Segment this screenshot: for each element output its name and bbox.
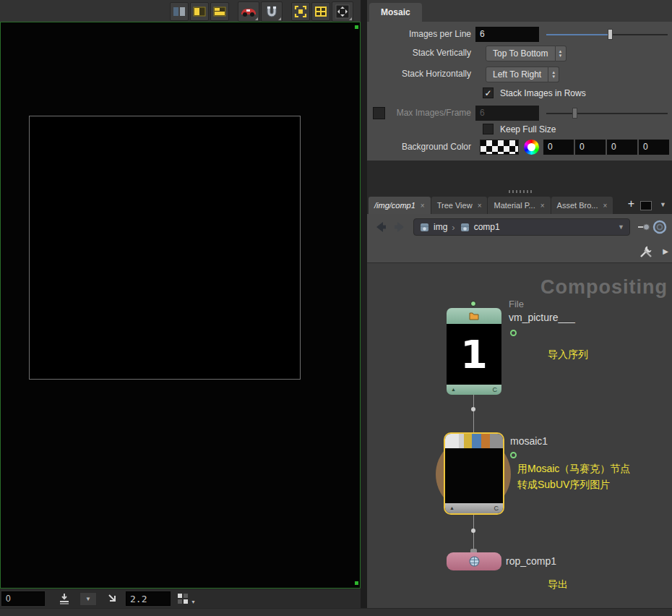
timeline-frame[interactable] — [408, 609, 429, 616]
bgcolor-a-input[interactable]: 0 — [639, 140, 669, 155]
gamma-input[interactable]: 2.2 — [126, 591, 171, 606]
mosaic-node-name[interactable]: mosaic1 — [510, 435, 548, 447]
comment-flag[interactable]: C — [494, 505, 499, 512]
editor-tab[interactable]: Asset Bro... × — [551, 197, 613, 214]
max-images-input[interactable]: 6 — [475, 106, 539, 121]
flipbook-button[interactable] — [56, 591, 72, 606]
timeline-frame[interactable] — [108, 609, 130, 616]
follow-focus-icon[interactable] — [652, 219, 668, 235]
editor-tab[interactable]: Material P... × — [488, 197, 550, 214]
timeline-frame[interactable] — [344, 609, 366, 616]
param-row-stack-images-in-rows: ✓ Stack Images in Rows — [367, 86, 672, 102]
images-per-line-input[interactable]: 6 — [475, 27, 539, 42]
param-label: Stack Horizontally — [367, 69, 471, 79]
mosaic-node[interactable]: ▲ C — [444, 432, 504, 515]
timeline-frame[interactable] — [44, 609, 66, 616]
timeline-frame[interactable] — [365, 609, 387, 616]
color-wheel-icon[interactable] — [524, 140, 539, 155]
timeline-frame[interactable] — [322, 609, 344, 616]
customize-tools-icon[interactable] — [639, 244, 653, 259]
file-node[interactable]: 1 ▲ C — [447, 308, 501, 395]
split-bottom-button[interactable] — [210, 2, 229, 21]
images-per-line-slider[interactable] — [546, 27, 668, 42]
composite-viewer[interactable] — [0, 22, 361, 589]
grid-view-button[interactable] — [311, 2, 330, 21]
bgcolor-g-input[interactable]: 0 — [575, 140, 606, 155]
comment-flag[interactable]: C — [493, 386, 498, 393]
dropdown-spinner[interactable]: ▲▼ — [548, 67, 559, 82]
background-checker-button[interactable]: ▼ — [175, 591, 191, 606]
file-node-name[interactable]: vm_picture___ — [509, 312, 575, 323]
viewfinder-icon — [293, 4, 308, 19]
color-swatch[interactable] — [480, 140, 519, 155]
timeline-frame[interactable] — [237, 609, 259, 616]
expand-pane-button[interactable] — [332, 1, 353, 22]
editor-tab[interactable]: Tree View × — [431, 197, 488, 214]
timeline-frame[interactable] — [173, 609, 194, 616]
bgcolor-b-input[interactable]: 0 — [607, 140, 637, 155]
bgcolor-r-input[interactable]: 0 — [543, 140, 574, 155]
split-left-button[interactable] — [190, 2, 209, 21]
timeline-frame[interactable] — [258, 609, 280, 616]
timeline-frame[interactable] — [130, 609, 152, 616]
wire-file-to-mosaic[interactable] — [473, 395, 474, 434]
breadcrumb-segment[interactable]: img — [434, 222, 447, 232]
frame-input[interactable]: 0 — [1, 591, 45, 606]
dropdown-spinner[interactable]: ▲▼ — [556, 46, 567, 61]
view-mode-dropdown[interactable]: ▼ — [79, 592, 97, 606]
pin-pane-icon[interactable] — [637, 221, 650, 234]
breadcrumb-segment[interactable]: comp1 — [474, 222, 500, 232]
add-tab-button[interactable]: + — [628, 198, 634, 210]
node-param-tab[interactable]: Mosaic — [369, 3, 422, 22]
timeline-frame[interactable] — [66, 609, 87, 616]
timeline-frame[interactable] — [87, 609, 108, 616]
timeline-frame[interactable] — [280, 609, 301, 616]
path-dropdown-icon[interactable]: ▼ — [618, 223, 624, 231]
tab-close-icon[interactable]: × — [421, 202, 425, 210]
path-breadcrumb[interactable]: img › comp1 ▼ — [413, 218, 630, 236]
snap-button[interactable] — [261, 1, 283, 22]
timeline-frame[interactable] — [151, 609, 173, 616]
corner-link-button[interactable] — [105, 591, 120, 606]
timeline-frame[interactable] — [23, 609, 45, 616]
slider-handle[interactable] — [572, 108, 577, 119]
performance-button[interactable] — [238, 1, 259, 22]
back-arrow-icon[interactable] — [373, 219, 389, 235]
timeline-frame[interactable] — [450, 609, 472, 616]
timeline-frame[interactable] — [1, 609, 23, 616]
editor-tab[interactable]: /img/comp1 × — [369, 197, 431, 214]
tab-list-dropdown[interactable]: ▼ — [660, 201, 666, 208]
grid-number — [165, 161, 210, 205]
rop-node-name[interactable]: rop_comp1 — [506, 555, 556, 567]
slider-handle[interactable] — [608, 29, 613, 40]
display-flag-icon[interactable]: ▲ — [449, 505, 455, 511]
forward-arrow-icon[interactable] — [392, 219, 408, 235]
pane-divider[interactable] — [361, 0, 367, 608]
pane-layout-button[interactable] — [170, 2, 189, 21]
tab-close-icon[interactable]: × — [540, 202, 545, 210]
display-flag-icon[interactable]: ▲ — [451, 387, 456, 393]
frame-selection-button[interactable] — [291, 2, 310, 21]
stack-images-in-rows-checkbox[interactable]: ✓ — [483, 87, 494, 98]
network-editor[interactable]: Compositing 1 ▲ C File vm_picture___ 导入序… — [367, 263, 672, 608]
timeline-frame[interactable] — [429, 609, 451, 616]
tab-close-icon[interactable]: × — [603, 202, 607, 210]
timeline-frame[interactable] — [215, 609, 237, 616]
grid-number — [74, 204, 119, 248]
stack-horizontally-dropdown[interactable]: Left To Right ▲▼ — [486, 67, 559, 82]
playbar-ruler[interactable] — [0, 608, 672, 616]
pane-maximize-icon[interactable]: ▶ — [663, 247, 668, 255]
stack-vertically-dropdown[interactable]: Top To Bottom ▲▼ — [486, 46, 567, 61]
pane-screenshot-button[interactable] — [640, 201, 652, 210]
tab-close-icon[interactable]: × — [478, 202, 482, 210]
wire-mosaic-to-rop[interactable] — [473, 515, 474, 552]
rop-node[interactable] — [447, 552, 501, 570]
max-images-slider[interactable] — [546, 106, 668, 121]
file-node-output-dot[interactable] — [470, 301, 476, 307]
timeline-frame[interactable] — [301, 609, 322, 616]
checkbox-label: Stack Images in Rows — [500, 88, 586, 98]
timeline-frame[interactable] — [387, 609, 408, 616]
keep-full-size-checkbox[interactable] — [483, 124, 494, 134]
timeline-frame[interactable] — [194, 609, 215, 616]
drag-handle-icon[interactable] — [509, 190, 532, 193]
